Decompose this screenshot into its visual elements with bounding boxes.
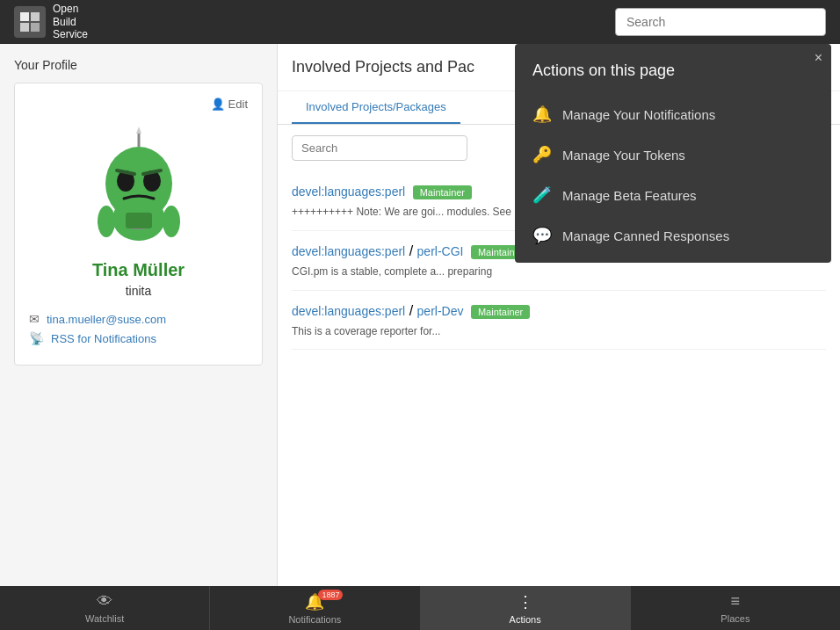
main-content: Your Profile 👤 Edit (0, 44, 840, 586)
actions-overlay: × Actions on this page 🔔 Manage Your Not… (515, 44, 831, 263)
rss-link[interactable]: RSS for Notifications (51, 332, 156, 345)
project-link-2b[interactable]: perl-CGI (417, 244, 464, 258)
maintainer-badge-3: Maintainer (471, 305, 530, 319)
logo-text: Open Build Service (53, 3, 88, 40)
dots-icon: ⋮ (518, 592, 533, 612)
logo-line2: Build (53, 16, 88, 28)
logo-line1: Open (53, 3, 88, 15)
rss-item: 📡 RSS for Notifications (29, 331, 248, 345)
nav-label-watchlist: Watchlist (85, 613, 124, 624)
action-item-beta[interactable]: 🧪 Manage Beta Features (515, 175, 831, 215)
project-desc-2: CGI.pm is a stable, complete a... prepar… (292, 264, 826, 279)
email-icon: ✉ (29, 312, 40, 326)
notification-count: 1887 (318, 590, 343, 600)
logo-line3: Service (53, 28, 88, 40)
lines-icon: ≡ (731, 592, 741, 611)
list-item: devel:languages:perl / perl-Dev Maintain… (292, 291, 826, 351)
svg-point-13 (98, 206, 115, 237)
separator-2: / (409, 303, 417, 318)
svg-point-5 (105, 147, 172, 221)
nav-label-places: Places (721, 613, 749, 624)
search-input[interactable] (615, 8, 826, 36)
edit-label: Edit (228, 98, 248, 111)
svg-point-14 (163, 206, 180, 237)
logo-box (14, 6, 46, 38)
rss-icon: 📡 (29, 331, 44, 345)
bell-icon: 🔔 (532, 105, 552, 124)
action-label-tokens: Manage Your Tokens (562, 148, 685, 163)
key-icon: 🔑 (532, 145, 552, 164)
logo-icon (18, 10, 42, 34)
user-info: ✉ tina.mueller@suse.com 📡 RSS for Notifi… (29, 312, 248, 345)
action-label-beta: Manage Beta Features (562, 188, 697, 203)
separator-1: / (409, 243, 417, 258)
project-search-input[interactable] (292, 135, 467, 161)
action-label-notifications: Manage Your Notifications (562, 107, 715, 122)
action-label-canned: Manage Canned Responses (562, 228, 729, 243)
action-item-notifications[interactable]: 🔔 Manage Your Notifications (515, 94, 831, 134)
header: Open Build Service (0, 0, 840, 44)
project-link-2a[interactable]: devel:languages:perl (292, 244, 405, 258)
flask-icon: 🧪 (532, 185, 552, 205)
actions-title: Actions on this page (515, 44, 831, 94)
svg-rect-0 (20, 12, 29, 21)
svg-rect-2 (20, 23, 29, 32)
maintainer-badge-1: Maintainer (413, 185, 472, 199)
edit-icon: 👤 (211, 98, 225, 111)
project-link-3b[interactable]: perl-Dev (417, 304, 464, 318)
action-item-tokens[interactable]: 🔑 Manage Your Tokens (515, 134, 831, 175)
profile-card: 👤 Edit (14, 83, 263, 366)
email-link[interactable]: tina.mueller@suse.com (47, 313, 166, 326)
svg-rect-3 (31, 23, 40, 32)
project-link-1[interactable]: devel:languages:perl (292, 185, 405, 199)
nav-label-notifications: Notifications (288, 614, 341, 625)
edit-link-row: 👤 Edit (29, 98, 248, 111)
profile-panel: Your Profile 👤 Edit (0, 44, 277, 586)
nav-item-watchlist[interactable]: 👁 Watchlist (0, 586, 210, 630)
user-login: tinita (29, 284, 248, 298)
svg-rect-15 (126, 213, 152, 228)
tab-involved-projects[interactable]: Involved Projects/Packages (292, 91, 460, 124)
logo-area: Open Build Service (14, 3, 88, 40)
action-item-canned[interactable]: 💬 Manage Canned Responses (515, 215, 831, 256)
svg-rect-1 (31, 12, 40, 21)
user-name: Tina Müller (29, 260, 248, 280)
search-container[interactable] (615, 8, 826, 36)
edit-button[interactable]: 👤 Edit (211, 98, 248, 111)
actions-close-button[interactable]: × (815, 51, 822, 65)
project-desc-3: This is a coverage reporter for... (292, 324, 826, 339)
actions-list: 🔔 Manage Your Notifications 🔑 Manage You… (515, 94, 831, 263)
project-link-3a[interactable]: devel:languages:perl (292, 304, 405, 318)
profile-heading: Your Profile (14, 58, 263, 72)
bottom-nav: 👁 Watchlist 🔔 1887 Notifications ⋮ Actio… (0, 586, 840, 630)
nav-label-actions: Actions (510, 614, 541, 625)
email-item: ✉ tina.mueller@suse.com (29, 312, 248, 326)
nav-item-places[interactable]: ≡ Places (631, 586, 840, 630)
avatar (73, 118, 205, 250)
svg-marker-7 (136, 127, 141, 134)
eye-icon: 👁 (97, 592, 112, 611)
nav-item-notifications[interactable]: 🔔 1887 Notifications (210, 586, 420, 630)
comment-icon: 💬 (532, 226, 552, 245)
nav-item-actions[interactable]: ⋮ Actions (421, 586, 631, 630)
avatar-container (29, 118, 248, 250)
